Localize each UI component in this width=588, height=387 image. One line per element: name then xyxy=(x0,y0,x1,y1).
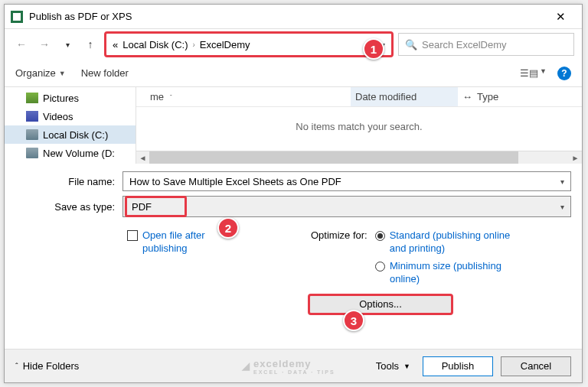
chevron-down-icon[interactable]: ▾ xyxy=(560,203,564,211)
radio-standard[interactable] xyxy=(375,231,385,241)
optimize-label: Optimize for: xyxy=(311,229,368,241)
breadcrumb[interactable]: « Local Disk (C:) › ExcelDemy ▾ xyxy=(104,31,394,57)
saveastype-label: Save as type: xyxy=(15,201,122,213)
list-header: meˆ Date modified ↔Type xyxy=(136,87,582,107)
file-list: meˆ Date modified ↔Type No items match y… xyxy=(136,87,582,164)
radio-minimum[interactable] xyxy=(375,262,385,272)
view-options-button[interactable]: ☰▤▼ xyxy=(520,67,547,79)
dialog-title: Publish as PDF or XPS xyxy=(29,11,545,22)
options-button[interactable]: Options... xyxy=(308,294,453,315)
resize-cursor-icon: ↔ xyxy=(462,91,472,102)
breadcrumb-root[interactable]: Local Disk (C:) xyxy=(122,39,188,50)
file-pane: Pictures Videos Local Disk (C:) New Volu… xyxy=(5,87,582,164)
tree-videos[interactable]: Videos xyxy=(5,107,136,125)
close-button[interactable]: ✕ xyxy=(545,5,576,28)
back-button[interactable]: ← xyxy=(12,35,31,54)
search-icon: 🔍 xyxy=(405,39,417,50)
open-after-checkbox[interactable] xyxy=(127,230,138,241)
recent-dropdown[interactable]: ▾ xyxy=(58,35,77,54)
disk-icon xyxy=(26,148,38,158)
saveastype-select[interactable]: PDF ▾ xyxy=(122,196,571,217)
tree-local-c[interactable]: Local Disk (C:) xyxy=(5,125,136,144)
videos-icon xyxy=(26,111,38,122)
scroll-right[interactable]: ► xyxy=(569,151,582,164)
hide-folders-button[interactable]: ˆ Hide Folders xyxy=(15,360,79,372)
search-input[interactable]: 🔍 Search ExcelDemy xyxy=(398,33,574,56)
filename-label: File name: xyxy=(15,176,122,187)
chevron-down-icon[interactable]: ▾ xyxy=(560,177,564,186)
breadcrumb-folder[interactable]: ExcelDemy xyxy=(200,39,250,50)
nav-bar: ← → ▾ ↑ « Local Disk (C:) › ExcelDemy ▾ … xyxy=(5,29,582,60)
header-type[interactable]: ↔Type xyxy=(458,91,498,102)
annotation-badge-1: 1 xyxy=(363,38,384,60)
header-name[interactable]: meˆ xyxy=(136,91,351,102)
search-placeholder: Search ExcelDemy xyxy=(422,39,507,50)
publish-button[interactable]: Publish xyxy=(423,356,493,376)
help-button[interactable]: ? xyxy=(557,67,571,80)
bottom-bar: ˆ Hide Folders ◢ exceldemyEXCEL · DATA ·… xyxy=(5,349,582,382)
radio-standard-label[interactable]: Standard (publishing online and printing… xyxy=(390,229,512,255)
sort-icon: ˆ xyxy=(170,93,172,100)
up-button[interactable]: ↑ xyxy=(81,35,100,54)
open-after-label[interactable]: Open file after publishing xyxy=(142,229,219,255)
chevron-up-icon: ˆ xyxy=(15,362,18,371)
breadcrumb-prefix: « xyxy=(113,39,118,50)
pictures-icon xyxy=(26,93,38,103)
excel-icon xyxy=(11,11,23,23)
nav-tree: Pictures Videos Local Disk (C:) New Volu… xyxy=(5,87,136,164)
options-row: Open file after publishing Optimize for:… xyxy=(5,225,582,291)
h-scrollbar[interactable]: ◄ ► xyxy=(136,151,582,164)
filename-input[interactable]: How to Save Multiple Excel Sheets as One… xyxy=(122,171,571,191)
annotation-badge-2: 2 xyxy=(217,217,239,239)
view-icon: ☰▤ xyxy=(520,67,538,79)
empty-message: No items match your search. xyxy=(136,121,582,132)
header-date[interactable]: Date modified xyxy=(351,87,458,106)
radio-minimum-label[interactable]: Minimum size (publishing online) xyxy=(390,260,505,286)
chevron-right-icon: › xyxy=(192,41,194,49)
tree-pictures[interactable]: Pictures xyxy=(5,89,136,107)
cancel-button[interactable]: Cancel xyxy=(501,356,571,376)
disk-icon xyxy=(26,129,38,140)
watermark: ◢ exceldemyEXCEL · DATA · TIPS xyxy=(242,358,335,375)
form-area: File name: How to Save Multiple Excel Sh… xyxy=(5,164,582,225)
annotation-badge-3: 3 xyxy=(343,310,364,331)
new-folder-button[interactable]: New folder xyxy=(81,67,129,79)
scroll-thumb[interactable] xyxy=(149,151,518,164)
publish-dialog: Publish as PDF or XPS ✕ ← → ▾ ↑ « Local … xyxy=(4,4,583,383)
scroll-left[interactable]: ◄ xyxy=(136,151,149,164)
organize-menu[interactable]: Organize▼ xyxy=(15,67,66,79)
tools-menu[interactable]: Tools▼ xyxy=(371,360,415,372)
watermark-icon: ◢ xyxy=(242,360,250,372)
tree-new-volume[interactable]: New Volume (D: xyxy=(5,144,136,162)
saveastype-value-highlight: PDF xyxy=(125,196,187,217)
forward-button: → xyxy=(35,35,54,54)
toolbar: Organize▼ New folder ☰▤▼ ? xyxy=(5,60,582,87)
titlebar: Publish as PDF or XPS ✕ xyxy=(5,5,582,29)
